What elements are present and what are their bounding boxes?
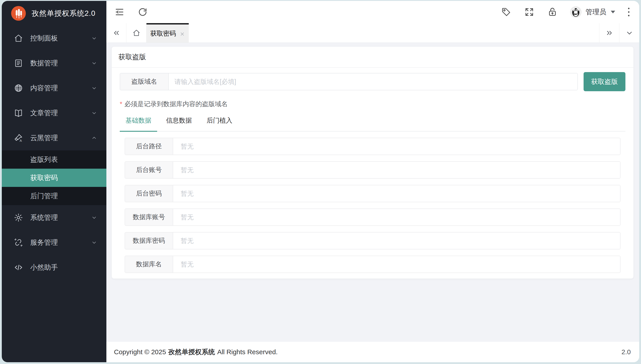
chevron-down-icon (91, 85, 97, 91)
book-icon (14, 108, 23, 118)
content-area: 获取盗版 盗版域名 获取盗版 *必须是记录到数据库内容的盗版域名 基础数据信息数… (106, 43, 639, 342)
footer-brand: 孜然单授权系统 (168, 348, 215, 357)
home-tab[interactable] (126, 23, 146, 42)
sidebar-item[interactable]: 文章管理 (2, 100, 106, 126)
sidebar-item[interactable]: 系统管理 (2, 205, 106, 230)
sidebar-item-label: 服务管理 (30, 238, 91, 247)
sidebar-menu: 控制面板数据管理内容管理文章管理A云黑管理盗版列表获取密码后门管理系统管理服务管… (2, 26, 106, 362)
required-star: * (120, 100, 122, 108)
form-row: 后台账号 (125, 161, 620, 179)
sidebar-item[interactable]: 数据管理 (2, 51, 106, 76)
refresh-button[interactable] (138, 7, 148, 17)
double-chevron-left-icon (112, 29, 120, 37)
caret-down-icon (610, 10, 616, 14)
pirate-card: 获取盗版 盗版域名 获取盗版 *必须是记录到数据库内容的盗版域名 基础数据信息数… (112, 47, 634, 278)
tabbar: 获取密码 (106, 23, 639, 43)
field-input[interactable] (173, 138, 620, 155)
domain-label: 盗版域名 (120, 74, 169, 90)
domain-input[interactable] (169, 74, 577, 90)
topbar: 管理员 (106, 1, 639, 23)
field-input[interactable] (173, 209, 620, 226)
form-row: 后台密码 (125, 185, 620, 202)
tabs-scroll-right-button[interactable] (599, 23, 619, 42)
lock-button[interactable] (547, 7, 558, 17)
field-list: 后台路径后台账号后台密码数据库账号数据库密码数据库名 (125, 138, 620, 273)
field-input[interactable] (173, 185, 620, 202)
sidebar-item-label: 系统管理 (30, 213, 91, 222)
footer-version: 2.0 (622, 348, 631, 356)
collapse-sidebar-button[interactable] (114, 7, 125, 17)
field-label: 后台密码 (125, 185, 173, 202)
field-input[interactable] (173, 232, 620, 249)
chevron-down-icon (626, 29, 634, 37)
double-chevron-right-icon (606, 29, 614, 37)
sidebar-item[interactable]: 控制面板 (2, 26, 106, 51)
required-note: *必须是记录到数据库内容的盗版域名 (120, 100, 626, 108)
sidebar-item-label: 文章管理 (30, 108, 91, 118)
form-row: 数据库密码 (125, 232, 620, 250)
sidebar-item-label: 内容管理 (30, 84, 91, 93)
tab-active[interactable]: 获取密码 (146, 23, 189, 42)
user-menu[interactable]: 管理员 (570, 6, 616, 18)
form-row: 数据库名 (125, 256, 620, 273)
required-note-text: 必须是记录到数据库内容的盗版域名 (124, 100, 228, 108)
card-title: 获取盗版 (112, 47, 634, 68)
get-pirate-button[interactable]: 获取盗版 (584, 72, 626, 91)
document-icon (14, 58, 23, 68)
field-label: 后台路径 (125, 138, 173, 155)
unlink-icon (14, 238, 23, 247)
form-row: 数据库账号 (125, 208, 620, 226)
field-label: 数据库密码 (125, 232, 173, 249)
sidebar-item-label: 数据管理 (30, 58, 91, 68)
tab-close-icon[interactable] (180, 31, 185, 36)
tag-button[interactable] (501, 7, 511, 17)
sidebar-item-label: 云黑管理 (30, 133, 91, 142)
chevron-down-icon (91, 60, 97, 66)
domain-input-box: 盗版域名 (120, 73, 578, 90)
form-row: 后台路径 (125, 138, 620, 155)
svg-text:A: A (20, 139, 22, 142)
sidebar-subitem[interactable]: 后门管理 (2, 187, 106, 205)
footer: Copyright © 2025 孜然单授权系统 All Rights Rese… (106, 342, 639, 362)
fullscreen-button[interactable] (524, 7, 534, 17)
chevron-down-icon (91, 215, 97, 220)
data-tab[interactable]: 后门植入 (201, 116, 238, 132)
field-label: 后台账号 (125, 162, 173, 178)
code-icon (14, 263, 23, 272)
gear-icon (14, 213, 23, 222)
app-window: 孜然单授权系统2.0 控制面板数据管理内容管理文章管理A云黑管理盗版列表获取密码… (2, 1, 639, 362)
sidebar-item[interactable]: 服务管理 (2, 230, 106, 255)
field-label: 数据库账号 (125, 209, 173, 226)
field-label: 数据库名 (125, 256, 173, 272)
sidebar-item-label: 小然助手 (30, 263, 97, 272)
globe-icon (14, 84, 23, 93)
data-tab[interactable]: 信息数据 (160, 116, 198, 132)
app-logo-icon (11, 6, 26, 21)
sidebar-item[interactable]: 内容管理 (2, 76, 106, 100)
chevron-down-icon (91, 36, 97, 41)
data-tab[interactable]: 基础数据 (120, 116, 157, 132)
home-icon (14, 34, 23, 43)
copyright-suffix: All Rights Reserved. (217, 348, 278, 356)
sidebar-subitem-active[interactable]: 获取密码 (2, 169, 106, 187)
chevron-down-icon (91, 240, 97, 246)
sidebar-item[interactable]: 小然助手 (2, 255, 106, 280)
sidebar-item[interactable]: A云黑管理 (2, 126, 106, 150)
domain-input-group: 盗版域名 获取盗版 (120, 72, 626, 91)
user-name: 管理员 (586, 7, 606, 17)
app-title: 孜然单授权系统2.0 (32, 8, 96, 18)
sidebar-logo-row: 孜然单授权系统2.0 (2, 1, 106, 26)
tabs-menu-button[interactable] (619, 23, 639, 42)
sidebar: 孜然单授权系统2.0 控制面板数据管理内容管理文章管理A云黑管理盗版列表获取密码… (2, 1, 106, 362)
chevron-up-icon (91, 135, 97, 141)
data-tabs: 基础数据信息数据后门植入 (120, 116, 626, 132)
sidebar-subitem[interactable]: 盗版列表 (2, 150, 106, 169)
field-input[interactable] (173, 162, 620, 178)
field-input[interactable] (173, 256, 620, 272)
sidebar-item-label: 控制面板 (30, 34, 91, 43)
user-avatar (570, 6, 582, 18)
tabs-scroll-left-button[interactable] (106, 23, 126, 42)
copyright-prefix: Copyright © 2025 (114, 348, 166, 356)
more-options-button[interactable] (627, 7, 630, 17)
brush-icon: A (14, 133, 23, 142)
